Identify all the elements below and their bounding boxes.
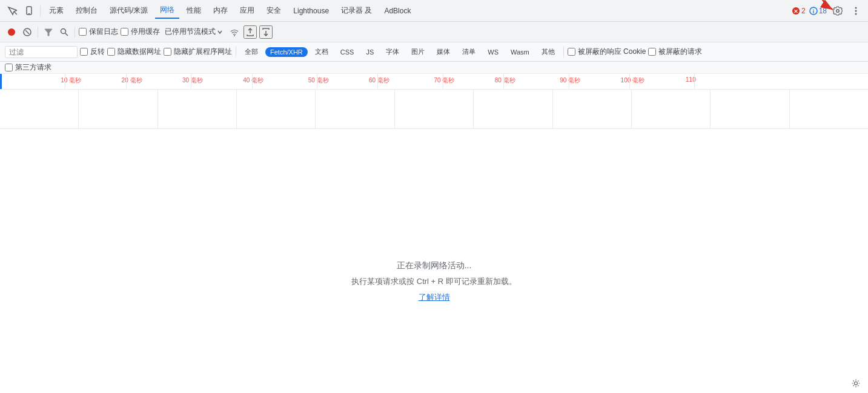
tick-line-80ms [503,74,504,89]
third-party-label[interactable]: 第三方请求 [5,62,51,73]
filter-all-button[interactable]: 全部 [240,46,263,58]
instruction-text: 执行某项请求或按 Ctrl + R 即可记录重新加载。 [351,276,517,287]
search-button[interactable] [58,25,71,39]
filter-ws-button[interactable]: WS [483,47,503,57]
svg-point-11 [8,28,15,36]
blocked-requests-checkbox[interactable] [648,48,656,56]
filter-bar: 反转 隐藏数据网址 隐藏扩展程序网址 全部 Fetch/XHR 文档 CSS J… [0,42,868,62]
blocked-requests-text: 被屏蔽的请求 [658,47,702,57]
record-button[interactable] [5,25,18,39]
filter-wasm-button[interactable]: Wasm [506,47,534,57]
filter-other-button[interactable]: 其他 [537,46,560,58]
hide-data-urls-label[interactable]: 隐藏数据网址 [107,47,161,57]
tick-60ms: 60 毫秒 [369,76,389,85]
hide-data-urls-checkbox[interactable] [107,48,115,56]
tick-line-110 [694,74,695,89]
menu-separator-1 [40,5,41,16]
hide-extension-urls-label[interactable]: 隐藏扩展程序网址 [164,47,232,57]
menu-bar-left: 元素 控制台 源代码/来源 网络 性能 内存 应用 安全 Lighthouse … [5,2,790,19]
filter-icon [44,28,53,36]
timeline-marker [0,74,2,89]
chevron-down-icon [217,29,223,35]
tick-90ms: 90 毫秒 [560,76,580,85]
menu-item-console[interactable]: 控制台 [71,3,102,18]
tick-line-30ms [191,74,191,89]
main-content: 正在录制网络活动... 执行某项请求或按 Ctrl + R 即可记录重新加载。 … [0,129,868,393]
timeline-col-8 [553,90,632,128]
error-badge[interactable]: ✕ 2 [792,7,806,15]
timeline-col-3 [158,90,237,128]
tick-80ms: 80 毫秒 [495,76,515,85]
tick-line-70ms [443,74,443,89]
filter-image-button[interactable]: 图片 [406,46,429,58]
tick-line-100ms [629,74,630,89]
network-conditions-button[interactable] [228,25,241,39]
menu-item-network[interactable]: 网络 [155,2,179,19]
blocked-cookies-checkbox[interactable] [568,48,575,56]
svg-line-16 [65,33,68,36]
info-circle-icon: i [809,7,818,15]
import-har-button[interactable] [244,25,257,39]
clear-button[interactable] [21,25,34,39]
tick-line-60ms [377,74,378,89]
svg-line-13 [25,30,29,34]
svg-point-15 [61,28,66,33]
hide-extension-urls-checkbox[interactable] [164,48,171,56]
throttle-select[interactable]: 已停用节流模式 [162,25,225,38]
timeline-col-11 [790,90,868,128]
menu-item-application[interactable]: 应用 [235,3,259,18]
toolbar-sep-2 [75,27,75,38]
timeline-col-6 [395,90,474,128]
preserve-log-checkbox[interactable] [79,28,87,36]
reverse-checkbox-label[interactable]: 反转 [80,47,105,57]
filter-toggle-button[interactable] [42,25,55,39]
tick-30ms: 30 毫秒 [182,76,203,85]
filter-font-button[interactable]: 字体 [381,46,404,58]
menu-item-security[interactable]: 安全 [262,3,286,18]
menu-bar-right: ✕ 2 i 18 [792,4,863,18]
tick-100ms: 100 毫秒 [621,76,644,85]
settings-gear-button[interactable] [830,4,845,18]
filter-fetch-xhr-button[interactable]: Fetch/XHR [265,47,308,57]
reverse-checkbox[interactable] [80,48,88,56]
timeline-col-7 [474,90,552,128]
blocked-requests-label[interactable]: 被屏蔽的请求 [648,47,702,57]
menu-item-recorder[interactable]: 记录器 及 [336,3,377,18]
disable-cache-label[interactable]: 停用缓存 [121,27,160,37]
disable-cache-checkbox[interactable] [121,28,128,36]
third-party-checkbox[interactable] [5,64,13,71]
learn-more-link[interactable]: 了解详情 [419,292,450,303]
menu-item-sources[interactable]: 源代码/来源 [105,3,153,18]
menu-bar: 元素 控制台 源代码/来源 网络 性能 内存 应用 安全 Lighthouse … [0,0,868,22]
filter-manifest-button[interactable]: 清单 [457,46,480,58]
record-stop-icon [7,28,16,36]
timeline-col-10 [711,90,789,128]
menu-item-memory[interactable]: 内存 [208,3,233,18]
filter-media-button[interactable]: 媒体 [432,46,455,58]
filter-js-button[interactable]: JS [361,47,379,57]
bottom-gear-button[interactable] [849,376,863,391]
menu-item-adblock[interactable]: AdBlock [379,4,416,18]
download-icon [262,28,270,36]
devtools-cursor-icon[interactable] [5,4,19,18]
svg-text:i: i [812,8,814,14]
wifi-icon [230,28,239,36]
devtools-mobile-icon[interactable] [22,4,36,18]
timeline-col-5 [316,90,394,128]
network-toolbar: 保留日志 停用缓存 已停用节流模式 [0,22,868,42]
filter-input[interactable] [5,46,78,58]
export-har-button[interactable] [259,25,273,39]
blocked-cookies-label[interactable]: 被屏蔽的响应 Cookie [568,47,646,57]
preserve-log-text: 保留日志 [89,27,118,37]
filter-sep-2 [563,47,564,58]
reverse-label: 反转 [90,47,105,57]
bottom-bar [844,374,868,393]
preserve-log-label[interactable]: 保留日志 [79,27,118,37]
more-options-button[interactable] [849,4,863,18]
filter-doc-button[interactable]: 文档 [310,46,333,58]
menu-item-elements[interactable]: 元素 [44,3,68,18]
info-badge[interactable]: i 18 [809,7,827,15]
filter-css-button[interactable]: CSS [336,47,359,57]
menu-item-performance[interactable]: 性能 [182,3,206,18]
menu-item-lighthouse[interactable]: Lighthouse [288,4,334,18]
